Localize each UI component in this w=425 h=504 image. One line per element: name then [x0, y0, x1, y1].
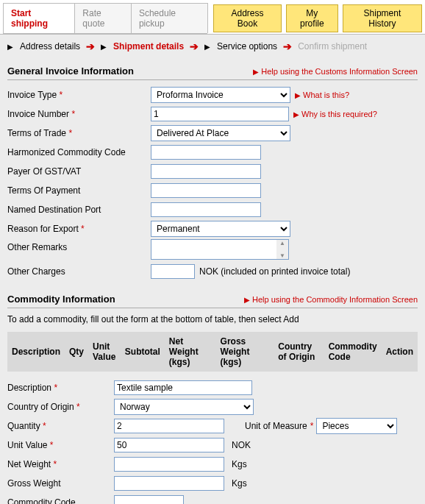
- payer-label: Payer Of GST/VAT: [7, 166, 151, 177]
- chevron-right-icon: ▶: [7, 43, 14, 51]
- terms-of-trade-select[interactable]: Delivered At Place: [151, 125, 290, 141]
- th-gross-weight: Gross Weight (kgs): [216, 332, 274, 372]
- unit-value-suffix: NOK: [232, 440, 251, 450]
- country-of-origin-label: Country of Origin: [7, 402, 74, 412]
- commodity-code-label: Commodity Code: [7, 497, 114, 504]
- destination-port-label: Named Destination Port: [7, 205, 151, 215]
- my-profile-button[interactable]: My profile: [286, 4, 338, 32]
- invoice-number-label: Invoice Number: [7, 109, 69, 119]
- quantity-input[interactable]: [114, 419, 224, 433]
- chevron-right-icon: ▶: [204, 43, 211, 51]
- invoice-type-select[interactable]: Proforma Invoice: [151, 87, 290, 103]
- wizard-step-service[interactable]: Service options: [217, 41, 277, 52]
- unit-value-input[interactable]: [114, 438, 224, 452]
- invoice-type-label: Invoice Type: [7, 90, 57, 100]
- gross-weight-input[interactable]: [114, 476, 224, 491]
- description-input[interactable]: [114, 380, 252, 395]
- help-customs-label: Help using the Customs Information Scree…: [261, 67, 418, 76]
- th-description: Description: [7, 332, 65, 372]
- wizard-step-address[interactable]: Address details: [20, 41, 80, 52]
- net-weight-label: Net Weight: [7, 459, 51, 469]
- what-is-this-link[interactable]: ▶ What is this?: [295, 90, 349, 99]
- th-qty: Qty: [65, 332, 88, 372]
- tab-start-shipping[interactable]: Start shipping: [3, 3, 75, 33]
- other-charges-label: Other Charges: [7, 266, 151, 277]
- tab-schedule-pickup[interactable]: Schedule pickup: [131, 3, 208, 33]
- unit-of-measure-select[interactable]: Pieces: [316, 418, 397, 434]
- hcc-label: Harmonized Commodity Code: [7, 147, 151, 157]
- arrow-right-icon: ➔: [283, 40, 292, 52]
- reason-for-export-select[interactable]: Permanent: [151, 221, 290, 237]
- reason-for-export-label: Reason for Export: [7, 224, 79, 234]
- why-required-label: Why is this required?: [301, 110, 377, 118]
- terms-of-payment-input[interactable]: [151, 183, 261, 198]
- terms-of-payment-label: Terms Of Payment: [7, 185, 151, 196]
- arrow-right-icon: ➔: [86, 40, 95, 52]
- terms-of-trade-label: Terms of Trade: [7, 128, 66, 138]
- th-subtotal: Subtotal: [121, 332, 165, 372]
- unit-of-measure-label: Unit of Measure: [245, 421, 307, 431]
- th-code: Commodity Code: [324, 332, 382, 372]
- wizard-step-shipment[interactable]: Shipment details: [113, 41, 184, 52]
- shipment-history-button[interactable]: Shipment History: [343, 4, 422, 32]
- why-required-link[interactable]: ▶ Why is this required?: [293, 110, 377, 118]
- chevron-right-icon: ▶: [101, 43, 107, 51]
- net-weight-suffix: Kgs: [232, 459, 247, 469]
- wizard-steps: ▶ Address details ➔ ▶ Shipment details ➔…: [7, 40, 418, 52]
- th-action: Action: [382, 332, 418, 372]
- th-country: Country of Origin: [274, 332, 324, 372]
- gross-weight-suffix: Kgs: [232, 478, 247, 489]
- commodity-section-title: Commodity Information: [7, 294, 115, 305]
- description-label: Description: [7, 383, 51, 393]
- scroll-up-icon[interactable]: ▲: [279, 240, 285, 246]
- commodity-code-input[interactable]: [114, 495, 184, 504]
- tab-rate-quote[interactable]: Rate quote: [74, 3, 132, 33]
- other-charges-suffix: NOK (included on printed invoice total): [199, 266, 350, 277]
- invoice-number-input[interactable]: [151, 107, 289, 121]
- scroll-down-icon[interactable]: ▼: [279, 252, 285, 259]
- wizard-step-confirm: Confirm shipment: [298, 41, 367, 52]
- unit-value-label: Unit Value: [7, 440, 47, 450]
- gross-weight-label: Gross Weight: [7, 478, 114, 489]
- arrow-right-icon: ➔: [190, 40, 199, 52]
- country-of-origin-select[interactable]: Norway: [114, 399, 254, 415]
- th-unit-value: Unit Value: [88, 332, 121, 372]
- payer-input[interactable]: [151, 164, 261, 179]
- what-is-this-label: What is this?: [303, 90, 349, 99]
- address-book-button[interactable]: Address Book: [213, 4, 281, 32]
- other-remarks-input[interactable]: ▲▼: [151, 239, 289, 260]
- help-customs-link[interactable]: ▶ Help using the Customs Information Scr…: [253, 67, 418, 76]
- destination-port-input[interactable]: [151, 202, 261, 217]
- commodity-instruction: To add a commodity, fill out the form at…: [7, 314, 418, 324]
- help-commodity-label: Help using the Commodity Information Scr…: [252, 295, 418, 304]
- other-charges-input[interactable]: [151, 264, 195, 279]
- quantity-label: Quantity: [7, 421, 40, 431]
- net-weight-input[interactable]: [114, 457, 224, 472]
- commodity-table: Description Qty Unit Value Subtotal Net …: [7, 332, 418, 372]
- general-section-title: General Invoice Information: [7, 65, 134, 77]
- other-remarks-label: Other Remarks: [7, 239, 151, 252]
- hcc-input[interactable]: [151, 145, 261, 160]
- help-commodity-link[interactable]: ▶ Help using the Commodity Information S…: [244, 295, 418, 304]
- th-net-weight: Net Weight (kgs): [165, 332, 216, 372]
